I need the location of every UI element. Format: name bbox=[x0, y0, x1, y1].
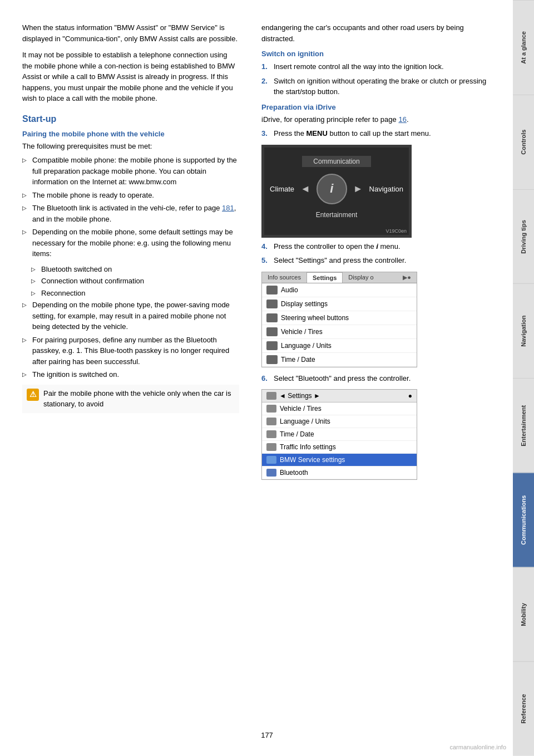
prep-steps-list-2: 4. Press the controller to open the i me… bbox=[261, 241, 490, 266]
right-column: endangering the car's occupants and othe… bbox=[250, 22, 501, 485]
prep-step-5: 5. Select "Settings" and press the contr… bbox=[261, 255, 490, 266]
main-content: When the status information "BMW Assist"… bbox=[0, 0, 513, 508]
prep-step-3-text: Press the MENU button to call up the sta… bbox=[274, 129, 431, 138]
watermark: carmanualonline.info bbox=[449, 744, 506, 750]
bt-traffic-icon bbox=[266, 443, 276, 451]
idrive-entertainment-label: Entertainment bbox=[316, 211, 358, 219]
warning-continuation: endangering the car's occupants and othe… bbox=[261, 22, 490, 44]
bt-row-time: Time / Date bbox=[262, 428, 417, 441]
bt-settings-dot: ● bbox=[408, 392, 412, 400]
sidebar-tab-mobility[interactable]: Mobility bbox=[513, 567, 534, 662]
bt-row-vehicle: Vehicle / Tires bbox=[262, 402, 417, 415]
sidebar-tab-navigation[interactable]: Navigation bbox=[513, 283, 534, 378]
prerequisites-list: Compatible mobile phone: the mobile phon… bbox=[22, 155, 239, 259]
switch-step-2: 2. Switch on ignition without operating … bbox=[261, 76, 490, 97]
settings-row-audio: Audio bbox=[262, 283, 417, 297]
bt-traffic-label: Traffic Info settings bbox=[280, 443, 336, 451]
idrive-center-row: Climate ◄ i ► Navigation bbox=[270, 174, 403, 204]
sidebar-tab-at-a-glance[interactable]: At a glance bbox=[513, 0, 534, 95]
bluetooth-screenshot: ◄ Settings ► ● Vehicle / Tires Language … bbox=[261, 389, 417, 480]
audio-icon bbox=[266, 286, 278, 294]
sidebar-tab-communications[interactable]: Communications bbox=[513, 473, 534, 567]
sub-bullet-reconnection: Reconnection bbox=[31, 288, 239, 299]
warning-text: Pair the mobile phone with the vehicle o… bbox=[43, 388, 235, 410]
display-label: Display settings bbox=[281, 300, 328, 308]
bt-header-text: ◄ Settings ► bbox=[279, 392, 320, 400]
idrive-center-button: i bbox=[317, 174, 347, 204]
bt-bluetooth-label: Bluetooth bbox=[280, 469, 308, 477]
page-link-181[interactable]: 181 bbox=[222, 204, 234, 212]
bt-vehicle-icon bbox=[266, 405, 276, 413]
intro-paragraph-2: It may not be possible to establish a te… bbox=[22, 50, 239, 104]
info-sources-tab[interactable]: Info sources bbox=[262, 272, 306, 283]
vehicle-label: Vehicle / Tires bbox=[281, 328, 323, 336]
idrive-left-arrow: ◄ bbox=[300, 183, 310, 195]
warning-box: ⚠ Pair the mobile phone with the vehicle… bbox=[22, 385, 239, 413]
prep-step-4-text: Press the controller to open the i menu. bbox=[274, 242, 400, 251]
intro-paragraph-1: When the status information "BMW Assist"… bbox=[22, 22, 239, 44]
sub-heading-prep-idrive: Preparation via iDrive bbox=[261, 103, 490, 111]
bt-bmwservice-label: BMW Service settings bbox=[280, 456, 345, 464]
warning-icon: ⚠ bbox=[27, 389, 39, 401]
settings-tab-active[interactable]: Settings bbox=[306, 272, 343, 283]
step-number-3: 3. bbox=[261, 128, 268, 139]
switch-step-2-text: Switch on ignition without operating the… bbox=[274, 77, 486, 96]
display-tab[interactable]: Display o bbox=[343, 272, 379, 283]
settings-row-display: Display settings bbox=[262, 297, 417, 311]
audio-label: Audio bbox=[281, 286, 298, 294]
sidebar-tab-controls[interactable]: Controls bbox=[513, 95, 534, 189]
bullet-item-6: For pairing purposes, define any number … bbox=[22, 335, 239, 367]
section-heading-startup: Start-up bbox=[22, 114, 239, 124]
sidebar-tab-driving-tips[interactable]: Driving tips bbox=[513, 189, 534, 284]
bullet-item-2: The mobile phone is ready to operate. bbox=[22, 190, 239, 201]
bt-language-label: Language / Units bbox=[280, 418, 330, 425]
language-label: Language / Units bbox=[281, 342, 332, 350]
more-bullets-list: Depending on the mobile phone type, the … bbox=[22, 300, 239, 380]
prep-step-3: 3. Press the MENU button to call up the … bbox=[261, 128, 490, 139]
sidebar-tab-entertainment[interactable]: Entertainment bbox=[513, 378, 534, 473]
prep-steps-list: 3. Press the MENU button to call up the … bbox=[261, 128, 490, 139]
idrive-navigation-label: Navigation bbox=[369, 185, 403, 193]
prep-step-5-text: Select "Settings" and press the controll… bbox=[274, 256, 406, 264]
step-number-1: 1. bbox=[261, 61, 268, 72]
bt-time-label: Time / Date bbox=[280, 430, 314, 438]
idrive-communication-label: Communication bbox=[302, 156, 370, 167]
sub-bullets-list: Bluetooth switched on Connection without… bbox=[31, 264, 239, 299]
vehicle-icon bbox=[266, 327, 278, 336]
bt-time-icon bbox=[266, 430, 276, 438]
bt-row-bluetooth: Bluetooth bbox=[262, 467, 417, 479]
settings-row-steering: Steering wheel buttons bbox=[262, 311, 417, 325]
settings-row-vehicle: Vehicle / Tires bbox=[262, 325, 417, 339]
steering-label: Steering wheel buttons bbox=[281, 314, 349, 322]
prereq-text: The following prerequisites must be met: bbox=[22, 141, 239, 152]
sub-heading-switch-ignition: Switch on ignition bbox=[261, 50, 490, 58]
step-number-2: 2. bbox=[261, 76, 268, 87]
prep-ref-text: iDrive, for operating principle refer to… bbox=[261, 114, 490, 125]
page-link-16[interactable]: 16 bbox=[398, 115, 406, 124]
settings-row-language: Language / Units bbox=[262, 339, 417, 353]
bullet-item-7: The ignition is switched on. bbox=[22, 369, 239, 380]
bullet-item-1: Compatible mobile phone: the mobile phon… bbox=[22, 155, 239, 188]
settings-screenshot: Info sources Settings Display o ▶● Audio… bbox=[261, 272, 417, 367]
time-label: Time / Date bbox=[281, 356, 315, 364]
switch-step-1: 1. Insert remote control all the way int… bbox=[261, 61, 490, 72]
switch-ignition-steps: 1. Insert remote control all the way int… bbox=[261, 61, 490, 97]
page-number: 177 bbox=[261, 731, 273, 739]
display-icon bbox=[266, 300, 278, 308]
step-number-6: 6. bbox=[261, 373, 268, 384]
more-tab[interactable]: ▶● bbox=[397, 272, 417, 283]
prep-steps-list-3: 6. Select "Bluetooth" and press the cont… bbox=[261, 373, 490, 384]
settings-tabs-bar: Info sources Settings Display o ▶● bbox=[262, 272, 417, 283]
time-icon bbox=[266, 355, 278, 364]
bt-language-icon bbox=[266, 418, 276, 425]
sidebar: At a glance Controls Driving tips Naviga… bbox=[513, 0, 534, 756]
switch-step-1-text: Insert remote control all the way into t… bbox=[274, 62, 444, 71]
left-column: When the status information "BMW Assist"… bbox=[0, 22, 250, 485]
idrive-version-tag: V19C0en bbox=[264, 227, 409, 235]
bt-bluetooth-icon bbox=[266, 469, 276, 477]
idrive-i-icon: i bbox=[330, 181, 333, 196]
idrive-inner: Communication Climate ◄ i ► Navigation E… bbox=[264, 148, 409, 227]
sidebar-tab-reference[interactable]: Reference bbox=[513, 661, 534, 756]
sub-bullet-bluetooth: Bluetooth switched on bbox=[31, 264, 239, 275]
bt-header-icon bbox=[266, 392, 276, 400]
